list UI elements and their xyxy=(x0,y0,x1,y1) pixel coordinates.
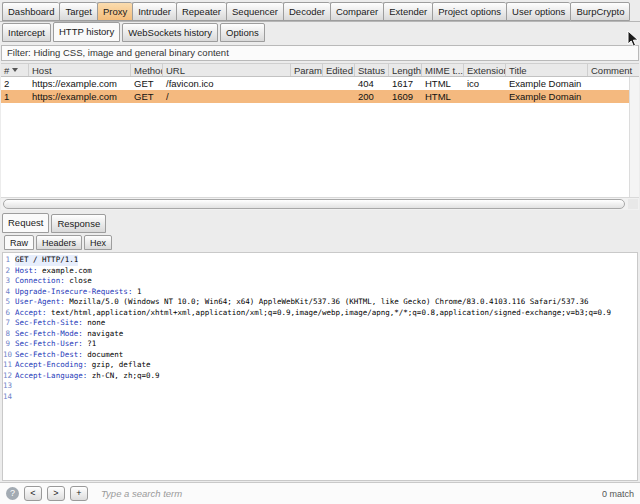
line-text: GET / HTTP/1.1 xyxy=(15,255,78,266)
line-text: Accept-Encoding: gzip, deflate xyxy=(15,360,150,371)
request-line: 4Upgrade-Insecure-Requests: 1 xyxy=(3,287,637,298)
history-row-selected[interactable]: 1 https://example.com GET / 200 1609 HTM… xyxy=(1,90,639,103)
cell-title: Example Domain xyxy=(506,77,588,90)
search-match-count: 0 matches xyxy=(602,489,634,499)
main-tab-bar: Dashboard Target Proxy Intruder Repeater… xyxy=(0,0,640,22)
request-line: 7Sec-Fetch-Site: none xyxy=(3,318,637,329)
request-line: 12Accept-Language: zh-CN, zh;q=0.9 xyxy=(3,371,637,382)
tab-response[interactable]: Response xyxy=(51,214,106,233)
tab-raw[interactable]: Raw xyxy=(4,235,34,250)
line-number: 9 xyxy=(3,339,15,350)
line-text: Sec-Fetch-Mode: navigate xyxy=(15,329,123,340)
view-tab-bar: Raw Headers Hex xyxy=(0,233,640,250)
table-body: 2 https://example.com GET /favicon.ico 4… xyxy=(1,77,639,197)
column-header-params[interactable]: Params xyxy=(291,64,323,76)
tab-comparer[interactable]: Comparer xyxy=(330,2,383,21)
column-header-comment[interactable]: Comment xyxy=(588,64,639,76)
history-row[interactable]: 2 https://example.com GET /favicon.ico 4… xyxy=(1,77,639,90)
tab-proxy[interactable]: Proxy xyxy=(97,2,132,21)
line-number: 3 xyxy=(3,276,15,287)
request-line: 1GET / HTTP/1.1 xyxy=(3,255,637,266)
cell-url: / xyxy=(163,90,291,103)
line-text: Sec-Fetch-Dest: document xyxy=(15,350,123,361)
burp-suite-window: { "main_tabs": { "items": ["Dashboard","… xyxy=(0,0,640,504)
request-line: 5User-Agent: Mozilla/5.0 (Windows NT 10.… xyxy=(3,297,637,308)
column-header-host[interactable]: Host xyxy=(29,64,131,76)
request-editor[interactable]: 1GET / HTTP/1.12Host: example.com3Connec… xyxy=(2,252,638,481)
column-header-label: # xyxy=(4,64,9,76)
line-text: User-Agent: Mozilla/5.0 (Windows NT 10.0… xyxy=(15,297,588,308)
tab-hex[interactable]: Hex xyxy=(84,235,112,250)
line-text: Connection: close xyxy=(15,276,92,287)
sort-desc-icon xyxy=(12,68,18,72)
tab-websockets-history[interactable]: WebSockets history xyxy=(122,23,218,42)
line-text: Accept: text/html,application/xhtml+xml,… xyxy=(15,308,611,319)
line-number: 13 xyxy=(3,381,15,392)
tab-http-history[interactable]: HTTP history xyxy=(53,22,120,42)
message-tab-bar: Request Response xyxy=(0,214,640,233)
search-next-button[interactable]: > xyxy=(47,486,65,501)
column-header-extension[interactable]: Extension xyxy=(464,64,506,76)
horizontal-scrollbar-track[interactable] xyxy=(1,197,639,210)
cell-params xyxy=(291,77,323,90)
tab-options[interactable]: Options xyxy=(220,23,265,42)
tab-burpcrypto[interactable]: BurpCrypto xyxy=(570,2,630,21)
search-bar: ? < > + 0 matches xyxy=(0,482,640,504)
tab-user-options[interactable]: User options xyxy=(506,2,570,21)
cell-title: Example Domain xyxy=(506,90,588,103)
vertical-scrollbar-track[interactable] xyxy=(629,77,639,197)
line-text: Host: example.com xyxy=(15,266,92,277)
horizontal-scrollbar-thumb[interactable] xyxy=(3,199,625,209)
line-text: Upgrade-Insecure-Requests: 1 xyxy=(15,287,141,298)
tab-target[interactable]: Target xyxy=(59,2,96,21)
line-number: 14 xyxy=(3,392,15,403)
request-line: 2Host: example.com xyxy=(3,266,637,277)
cell-number: 1 xyxy=(1,90,29,103)
tab-extender[interactable]: Extender xyxy=(383,2,432,21)
cell-edited xyxy=(323,77,355,90)
help-icon[interactable]: ? xyxy=(6,487,19,500)
line-number: 5 xyxy=(3,297,15,308)
cell-method: GET xyxy=(131,77,163,90)
cell-extension xyxy=(464,90,506,103)
line-text: Sec-Fetch-User: ?1 xyxy=(15,339,96,350)
cell-number: 2 xyxy=(1,77,29,90)
cell-status: 404 xyxy=(355,77,389,90)
column-header-url[interactable]: URL xyxy=(163,64,291,76)
column-header-number[interactable]: # xyxy=(1,64,29,76)
column-header-length[interactable]: Length xyxy=(389,64,422,76)
table-header-row: # Host Method URL Params Edited Status L… xyxy=(1,63,639,77)
tab-intercept[interactable]: Intercept xyxy=(2,23,51,42)
tab-dashboard[interactable]: Dashboard xyxy=(2,2,59,21)
search-input[interactable] xyxy=(101,488,597,499)
tab-repeater[interactable]: Repeater xyxy=(176,2,226,21)
column-header-status[interactable]: Status xyxy=(355,64,389,76)
line-number: 6 xyxy=(3,308,15,319)
search-prev-button[interactable]: < xyxy=(24,486,42,501)
request-line: 11Accept-Encoding: gzip, deflate xyxy=(3,360,637,371)
tab-request[interactable]: Request xyxy=(2,213,49,233)
cell-length: 1617 xyxy=(389,77,422,90)
cell-params xyxy=(291,90,323,103)
request-editor-lines: 1GET / HTTP/1.12Host: example.com3Connec… xyxy=(3,255,637,402)
tab-decoder[interactable]: Decoder xyxy=(283,2,330,21)
column-header-title[interactable]: Title xyxy=(506,64,588,76)
tab-headers[interactable]: Headers xyxy=(36,235,82,250)
cell-mime-type: HTML xyxy=(422,90,464,103)
column-header-mime-type[interactable]: MIME t... xyxy=(422,64,464,76)
column-header-edited[interactable]: Edited xyxy=(323,64,355,76)
http-history-table: # Host Method URL Params Edited Status L… xyxy=(1,63,639,210)
search-add-button[interactable]: + xyxy=(70,486,88,501)
request-line: 9Sec-Fetch-User: ?1 xyxy=(3,339,637,350)
tab-intruder[interactable]: Intruder xyxy=(132,2,176,21)
line-text: Sec-Fetch-Site: none xyxy=(15,318,105,329)
column-header-method[interactable]: Method xyxy=(131,64,163,76)
cell-method: GET xyxy=(131,90,163,103)
cell-status: 200 xyxy=(355,90,389,103)
tab-project-options[interactable]: Project options xyxy=(432,2,506,21)
tab-sequencer[interactable]: Sequencer xyxy=(226,2,283,21)
request-line: 13 xyxy=(3,381,637,392)
cell-url: /favicon.ico xyxy=(163,77,291,90)
filter-bar[interactable]: Filter: Hiding CSS, image and general bi… xyxy=(1,45,639,61)
request-line: 8Sec-Fetch-Mode: navigate xyxy=(3,329,637,340)
